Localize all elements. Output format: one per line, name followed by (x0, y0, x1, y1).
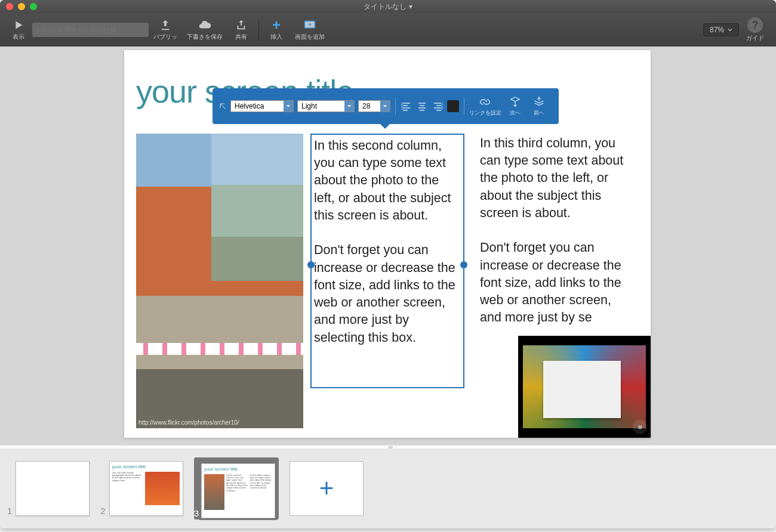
picture-in-picture[interactable]: ■ (518, 336, 651, 438)
app-window: タイトルなし ▾ 表示 パブリッ 下書きを保存 共有 + 挿入 画面を追加 (0, 0, 776, 528)
thumb-number: 2 (100, 506, 105, 516)
zoom-dropdown[interactable]: 87% (703, 23, 739, 36)
prev-label: 前へ (534, 109, 544, 117)
chevron-down-icon (344, 101, 354, 112)
next-label: 次へ (510, 109, 521, 117)
save-draft-label: 下書きを保存 (187, 33, 223, 41)
add-screen-label: 画面を追加 (295, 33, 325, 41)
set-link-label: リンクを設定 (469, 109, 501, 117)
show-label: 表示 (13, 33, 24, 41)
plus-icon: + (319, 474, 334, 503)
camera-icon[interactable]: ■ (633, 420, 647, 434)
thumbnail-strip: 1 2 your screen title You can write furt… (0, 449, 776, 528)
selection-handle-right[interactable] (460, 261, 467, 268)
toolbar-divider (258, 19, 259, 41)
layer-forward-icon (508, 95, 522, 109)
thumb-title: your screen title (110, 462, 183, 472)
align-right-button[interactable] (432, 100, 444, 112)
add-screen-thumbnail[interactable]: + (290, 461, 364, 516)
text-column-2[interactable]: In this second column, you can type some… (310, 134, 464, 388)
show-button[interactable]: 表示 (7, 17, 30, 42)
bring-forward-button[interactable]: 次へ (505, 95, 525, 117)
thumbnail-2[interactable]: 2 your screen title You can write furthe… (100, 461, 183, 516)
cloud-icon (198, 18, 211, 32)
thumb-preview-3: your screen title In this second column,… (201, 463, 275, 518)
guide-label: ガイド (746, 34, 764, 42)
column-photo[interactable]: http://www.flickr.com/photos/archer10/ (136, 134, 303, 428)
zoom-value: 87% (710, 26, 724, 34)
add-screen-button[interactable]: 画面を追加 (290, 17, 330, 42)
text-column-3[interactable]: In this third column, you can type some … (480, 135, 629, 327)
font-family-select[interactable]: Helvetica (230, 100, 294, 112)
font-size-select[interactable]: 28 (358, 100, 390, 112)
separator (464, 98, 464, 115)
thumb-number: 1 (7, 506, 12, 516)
link-icon (478, 95, 492, 109)
pip-window (543, 361, 621, 418)
thumb-preview-1 (16, 461, 90, 516)
layer-backward-icon (532, 95, 546, 109)
text-column-2-content: In this second column, you can type some… (314, 138, 455, 345)
text-column-3-content: In this third column, you can type some … (480, 136, 623, 324)
collapse-toolbar-button[interactable] (218, 102, 227, 110)
play-icon (12, 18, 25, 32)
guide-button[interactable]: ? ガイド (741, 16, 769, 44)
titlebar: タイトルなし ▾ (0, 0, 776, 13)
selection-handle-left[interactable] (307, 261, 315, 268)
font-weight-value: Light (298, 102, 344, 110)
insert-label: 挿入 (270, 33, 282, 41)
thumbnail-3-selected[interactable]: 3 your screen title In this second colum… (194, 457, 279, 519)
chevron-down-icon (728, 27, 732, 32)
send-backward-button[interactable]: 前へ (529, 95, 549, 117)
insert-button[interactable]: + 挿入 (265, 17, 288, 42)
thumb-preview-2: your screen title You can write further … (109, 461, 183, 516)
horizontal-scrollbar[interactable] (0, 445, 776, 449)
upload-icon (159, 18, 172, 32)
url-input[interactable] (32, 23, 149, 37)
share-icon (235, 18, 248, 32)
text-format-toolbar: Helvetica Light 28 (213, 88, 559, 124)
main-toolbar: 表示 パブリッ 下書きを保存 共有 + 挿入 画面を追加 87% (0, 13, 776, 47)
chevron-down-icon (380, 101, 390, 112)
window-title[interactable]: タイトルなし ▾ (0, 2, 776, 12)
photo-credit: http://www.flickr.com/photos/archer10/ (138, 419, 239, 426)
thumbnail-1[interactable]: 1 (7, 461, 90, 516)
canvas-area[interactable]: your screen title http://www.flickr.com/… (0, 47, 776, 445)
save-draft-button[interactable]: 下書きを保存 (182, 17, 227, 42)
page-canvas[interactable]: your screen title http://www.flickr.com/… (124, 50, 651, 438)
set-link-button[interactable]: リンクを設定 (469, 95, 501, 117)
text-color-swatch[interactable] (447, 100, 459, 112)
font-weight-select[interactable]: Light (297, 100, 355, 112)
share-button[interactable]: 共有 (230, 17, 252, 42)
publish-label: パブリッ (153, 33, 177, 41)
help-icon: ? (747, 17, 763, 33)
chevron-down-icon (284, 101, 293, 112)
font-family-value: Helvetica (231, 102, 284, 110)
separator (395, 98, 396, 115)
add-screen-icon (303, 18, 316, 32)
align-left-button[interactable] (401, 100, 412, 112)
thumb-title: your screen title (202, 464, 275, 474)
publish-button[interactable]: パブリッ (151, 17, 180, 42)
plus-icon: + (270, 18, 283, 32)
align-center-button[interactable] (416, 100, 428, 112)
share-label: 共有 (235, 33, 247, 41)
thumb-number: 3 (194, 508, 199, 518)
font-size-value: 28 (359, 102, 380, 110)
